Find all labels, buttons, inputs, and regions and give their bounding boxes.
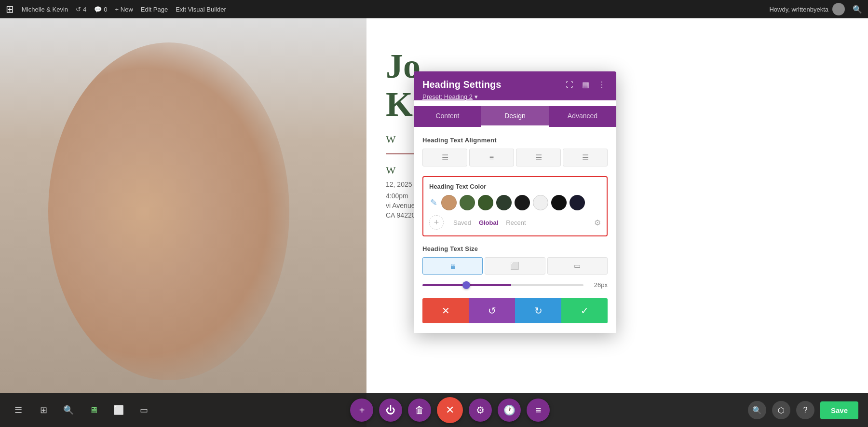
align-center-button[interactable]: ≡: [469, 149, 514, 166]
slider-row: 26px: [422, 281, 608, 289]
toolbar-menu-button[interactable]: ☰: [10, 401, 27, 419]
hand-image: [48, 42, 289, 380]
color-swatch-forest-green[interactable]: [478, 195, 493, 210]
new-link[interactable]: + New: [115, 6, 133, 13]
color-picker-row: ✎: [429, 195, 601, 210]
panel-header: Heading Settings ⛶ ▦ ⋮ Preset: Heading 2…: [414, 71, 616, 100]
tab-design[interactable]: Design: [481, 106, 549, 127]
toolbar-grid-button[interactable]: ⊞: [35, 401, 52, 419]
bottom-right-tools: 🔍 ⬡ ? Save: [748, 401, 858, 419]
main-content: Jo Kn W W 12, 2025 4:00pm vi Avenue CA 9…: [0, 18, 868, 427]
user-avatar[interactable]: [832, 3, 845, 15]
panel-body: Heading Text Alignment ☰ ≡ ☰ ☰ Heading T…: [414, 127, 616, 333]
undo-button[interactable]: ↺: [469, 298, 515, 323]
power-button[interactable]: ⏻: [379, 399, 402, 422]
tab-advanced[interactable]: Advanced: [549, 106, 616, 127]
site-name-link[interactable]: Michelle & Kevin: [22, 6, 68, 13]
columns-panel-button[interactable]: ▦: [580, 79, 591, 90]
toolbar-tablet-button[interactable]: ⬜: [110, 401, 127, 419]
action-buttons: ✕ ↺ ↻ ✓: [422, 298, 608, 323]
heading-settings-panel: Heading Settings ⛶ ▦ ⋮ Preset: Heading 2…: [414, 71, 616, 333]
color-tab-saved[interactable]: Saved: [449, 217, 475, 228]
size-slider[interactable]: [422, 284, 583, 286]
alignment-buttons: ☰ ≡ ☰ ☰: [422, 149, 608, 166]
confirm-button[interactable]: ✓: [561, 298, 608, 323]
portability-button[interactable]: ⬡: [772, 401, 790, 419]
align-left-button[interactable]: ☰: [422, 149, 467, 166]
add-color-button[interactable]: +: [429, 215, 444, 230]
toolbar-search-button[interactable]: 🔍: [60, 401, 77, 419]
color-swatch-near-black[interactable]: [515, 195, 530, 210]
page-divider: [386, 153, 415, 154]
align-right-button[interactable]: ☰: [516, 149, 561, 166]
bottom-center-tools: + ⏻ 🗑 ✕ ⚙ 🕐 ≡: [152, 397, 748, 423]
add-module-button[interactable]: +: [350, 399, 373, 422]
color-swatch-dark-green[interactable]: [460, 195, 475, 210]
device-mobile-button[interactable]: ▭: [547, 257, 608, 275]
history-button[interactable]: 🕐: [498, 399, 521, 422]
edit-page-link[interactable]: Edit Page: [141, 6, 168, 13]
bottom-left-tools: ☰ ⊞ 🔍 🖥 ⬜ ▭: [10, 401, 152, 419]
color-tab-recent[interactable]: Recent: [502, 217, 529, 228]
howdy-text: Howdy, writtenbyekta: [769, 3, 845, 15]
device-buttons: 🖥 ⬜ ▭: [422, 257, 608, 275]
alignment-label: Heading Text Alignment: [422, 137, 608, 144]
admin-search-icon[interactable]: 🔍: [853, 5, 862, 14]
device-desktop-button[interactable]: 🖥: [422, 257, 483, 275]
color-swatch-tan[interactable]: [441, 195, 457, 210]
exit-builder-link[interactable]: Exit Visual Builder: [176, 6, 226, 13]
color-swatch-black[interactable]: [551, 195, 567, 210]
color-swatch-light-gray[interactable]: [533, 195, 548, 210]
color-label: Heading Text Color: [429, 183, 601, 190]
color-swatch-dark-navy[interactable]: [570, 195, 585, 210]
close-builder-button[interactable]: ✕: [437, 397, 463, 423]
comments-link[interactable]: 💬 0: [94, 6, 107, 13]
device-tablet-button[interactable]: ⬜: [485, 257, 545, 275]
size-value: 26px: [588, 281, 608, 289]
redo-button[interactable]: ↻: [515, 298, 561, 323]
color-swatch-very-dark-green[interactable]: [496, 195, 512, 210]
revisions-link[interactable]: ↺ 4: [76, 6, 86, 13]
page-background: [0, 18, 366, 427]
align-justify-button[interactable]: ☰: [563, 149, 608, 166]
wp-admin-bar: ⊞ Michelle & Kevin ↺ 4 💬 0 + New Edit Pa…: [0, 0, 868, 18]
panel-header-icons: ⛶ ▦ ⋮: [564, 79, 608, 90]
expand-panel-button[interactable]: ⛶: [564, 80, 575, 90]
settings-button[interactable]: ⚙: [469, 399, 492, 422]
trash-button[interactable]: 🗑: [408, 399, 431, 422]
size-label: Heading Text Size: [422, 245, 608, 252]
color-section: Heading Text Color ✎ + Saved Global: [422, 176, 608, 236]
panel-preset[interactable]: Preset: Heading 2 ▾: [422, 93, 608, 100]
panel-title: Heading Settings: [422, 79, 501, 90]
panel-tabs: Content Design Advanced: [414, 106, 616, 127]
toolbar-mobile-button[interactable]: ▭: [135, 401, 152, 419]
size-section: Heading Text Size 🖥 ⬜ ▭ 26px: [422, 245, 608, 289]
color-tabs-row: + Saved Global Recent ⚙: [429, 215, 601, 230]
help-button[interactable]: ?: [796, 401, 814, 419]
bottom-toolbar: ☰ ⊞ 🔍 🖥 ⬜ ▭ + ⏻ 🗑 ✕ ⚙ 🕐 ≡ 🔍 ⬡ ? Save: [0, 393, 868, 427]
eyedropper-button[interactable]: ✎: [429, 196, 438, 209]
more-panel-button[interactable]: ⋮: [596, 79, 608, 90]
responsive-button[interactable]: ≡: [527, 399, 550, 422]
save-button[interactable]: Save: [820, 401, 858, 419]
wp-logo[interactable]: ⊞: [6, 3, 14, 15]
search-right-button[interactable]: 🔍: [748, 401, 766, 419]
cancel-button[interactable]: ✕: [422, 298, 469, 323]
tab-content[interactable]: Content: [414, 106, 481, 127]
toolbar-desktop-button[interactable]: 🖥: [85, 401, 102, 419]
color-tab-global[interactable]: Global: [475, 217, 502, 228]
color-settings-gear[interactable]: ⚙: [594, 218, 601, 227]
